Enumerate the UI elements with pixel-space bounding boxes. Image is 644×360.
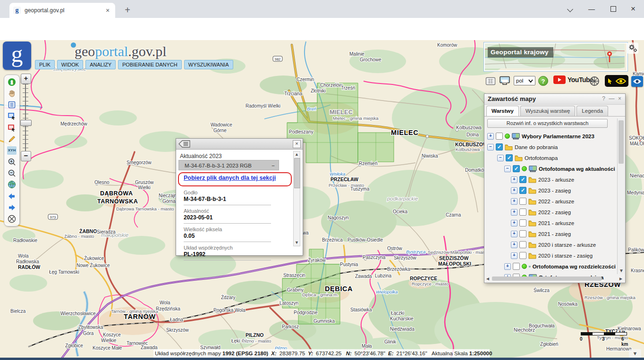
bottom-panel-collapse-button[interactable]: ▼: [629, 349, 641, 358]
layer-checkbox[interactable]: [519, 209, 526, 216]
high-contrast-toggle[interactable]: [605, 75, 628, 87]
deselect-rectangle-icon[interactable]: [8, 124, 16, 132]
scroll-down-icon[interactable]: ▼: [619, 268, 624, 273]
menu-widok[interactable]: WIDOK: [57, 60, 83, 69]
menu-analizy[interactable]: ANALIZY: [85, 60, 116, 69]
layer-label[interactable]: 2022 - arkusze: [538, 199, 574, 204]
window-minimize-button[interactable]: —: [585, 4, 599, 14]
scroll-right-icon[interactable]: ►: [619, 276, 624, 281]
settings-gear-icon[interactable]: [627, 42, 638, 54]
xyh-coordinates-tool[interactable]: XYH: [7, 146, 17, 155]
keyboard-grid-icon[interactable]: [485, 76, 496, 86]
layer-label[interactable]: 2023 - zasięg: [538, 188, 571, 193]
popup-section-header[interactable]: M-34-67-B-b-3-1 2023 RGB−: [178, 160, 279, 170]
layer-checkbox[interactable]: ✓: [519, 176, 526, 183]
full-extent-globe-icon[interactable]: [8, 180, 16, 189]
tab-search-chevron-icon[interactable]: [563, 4, 577, 14]
layer-checkbox[interactable]: [513, 263, 520, 270]
layer-checkbox[interactable]: [519, 230, 526, 237]
zoom-in-button[interactable]: +: [21, 74, 31, 84]
expand-node-icon[interactable]: +: [511, 187, 517, 194]
expand-node-icon[interactable]: +: [511, 231, 517, 237]
layer-checkbox[interactable]: [519, 219, 526, 226]
layer-checkbox[interactable]: [496, 133, 503, 140]
select-rectangle-icon[interactable]: [8, 112, 16, 120]
menu-pobieranie-danych[interactable]: POBIERANIE DANYCH: [118, 60, 182, 69]
place-label: Pustynia: [340, 262, 358, 267]
zoom-out-tool-icon[interactable]: [8, 169, 16, 177]
help-button[interactable]: ?: [538, 76, 548, 86]
browser-tab[interactable]: g geoportal.gov.pl ×: [9, 3, 115, 18]
pan-hand-icon[interactable]: [8, 89, 16, 98]
layer-label[interactable]: Ortofotomapa wg aktualności: [539, 166, 615, 172]
horizontal-scroll-thumb[interactable]: [492, 276, 602, 281]
layer-label[interactable]: Ortofotomapa wg rozdzielczości: [533, 264, 616, 269]
popup-scroll-down-icon[interactable]: ▼: [295, 241, 299, 245]
expand-node-icon[interactable]: +: [511, 176, 517, 183]
layer-checkbox[interactable]: ✓: [506, 154, 513, 161]
expand-all-layers-button[interactable]: Rozwiń inf. o wszystkich warstwach: [487, 119, 608, 128]
geoportal-logo[interactable]: g: [3, 42, 31, 70]
collapse-node-icon[interactable]: −: [487, 144, 494, 151]
layer-label[interactable]: 2020 i starsze - zasięg: [538, 253, 593, 259]
tab-legenda[interactable]: Legenda: [576, 106, 608, 116]
wms-service-icon[interactable]: WMS: [499, 76, 511, 86]
next-view-icon[interactable]: [8, 203, 16, 212]
window-close-button[interactable]: ×: [626, 4, 640, 14]
draw-pencil-icon[interactable]: [8, 135, 16, 143]
expand-node-icon[interactable]: +: [511, 209, 517, 216]
previous-view-icon[interactable]: [8, 192, 16, 201]
popup-scroll-up-icon[interactable]: ▲: [295, 152, 299, 157]
panel-minimize-button[interactable]: —: [608, 95, 615, 102]
expand-node-icon[interactable]: +: [511, 220, 517, 226]
back-to-list-icon[interactable]: [178, 140, 191, 148]
panel-help-button[interactable]: ?: [600, 95, 607, 102]
language-select[interactable]: pol: [514, 76, 535, 85]
expand-node-icon[interactable]: +: [504, 263, 511, 270]
vertical-scroll-thumb[interactable]: [619, 120, 624, 164]
scroll-left-icon[interactable]: ◄: [485, 276, 491, 281]
tab-wyszukaj-warstwę[interactable]: Wyszukaj warstwę: [520, 106, 575, 116]
overview-map[interactable]: Geoportal krajowy: [484, 42, 627, 71]
menu-plik[interactable]: PLIK: [35, 60, 55, 69]
visibility-eye-button[interactable]: [631, 76, 643, 87]
popup-scroll-thumb[interactable]: [294, 158, 300, 188]
collapse-node-icon[interactable]: −: [504, 166, 511, 172]
layer-checkbox[interactable]: ✓: [519, 187, 526, 194]
layer-label[interactable]: 2021 - zasięg: [538, 231, 571, 237]
layer-label[interactable]: Wybory Parlamentarne 2023: [522, 134, 594, 139]
window-maximize-button[interactable]: [606, 4, 620, 14]
info-tool-icon[interactable]: i: [8, 78, 16, 86]
expand-node-icon[interactable]: +: [511, 252, 517, 259]
layer-checkbox[interactable]: ✓: [513, 165, 520, 172]
layer-label[interactable]: 2023 - arkusze: [538, 177, 574, 183]
expand-node-icon[interactable]: +: [511, 198, 517, 205]
accessibility-wheel-icon[interactable]: [589, 76, 600, 86]
download-section-link[interactable]: Pobierz plik danych dla tej sekcji: [184, 175, 276, 181]
expand-node-icon[interactable]: +: [511, 242, 517, 248]
collapse-node-icon[interactable]: −: [497, 155, 504, 161]
new-tab-button[interactable]: +: [122, 5, 133, 16]
zoom-in-tool-icon[interactable]: [8, 158, 16, 166]
center-map-icon[interactable]: [8, 215, 16, 223]
tab-close-icon[interactable]: ×: [104, 7, 111, 14]
layer-checkbox[interactable]: [519, 241, 526, 248]
layer-label[interactable]: 2021 - arkusze: [538, 220, 574, 226]
tab-warstwy[interactable]: Warstwy: [486, 106, 519, 116]
results-list-icon[interactable]: [8, 100, 16, 109]
youtube-link[interactable]: YouTube: [553, 75, 593, 84]
popup-close-button[interactable]: ×: [293, 140, 301, 148]
layer-label[interactable]: 2022 - zasięg: [538, 209, 571, 215]
layer-label[interactable]: Ortofotomapa: [525, 155, 558, 161]
layer-label[interactable]: Dane do pobrania: [515, 144, 558, 150]
zoom-slider-handle[interactable]: [20, 120, 32, 126]
zoom-out-button[interactable]: −: [21, 151, 31, 161]
menu-wyszukiwania[interactable]: WYSZUKIWANIA: [184, 60, 233, 69]
layer-checkbox[interactable]: [519, 252, 526, 259]
layer-checkbox[interactable]: ✓: [496, 143, 503, 151]
layer-checkbox[interactable]: [519, 198, 526, 205]
section-collapse-button[interactable]: −: [271, 160, 275, 171]
layer-label[interactable]: 2020 i starsze - arkusze: [538, 242, 596, 248]
panel-close-button[interactable]: ×: [616, 95, 623, 102]
expand-node-icon[interactable]: +: [487, 133, 494, 140]
